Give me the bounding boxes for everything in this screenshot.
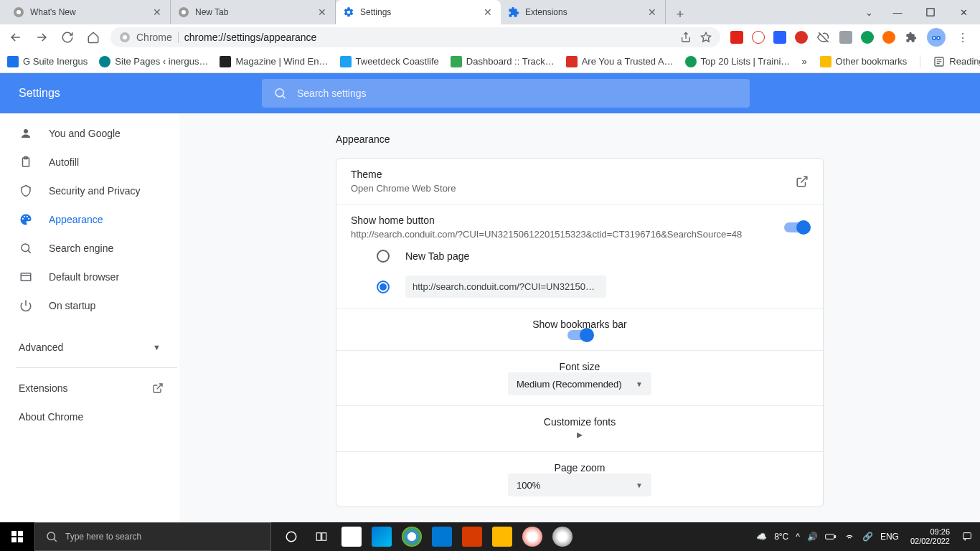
battery-icon[interactable] xyxy=(825,532,837,541)
forward-button[interactable] xyxy=(30,26,53,49)
taskbar-app[interactable] xyxy=(372,527,392,547)
browser-tab[interactable]: Extensions ✕ xyxy=(501,0,666,24)
bookmark-item[interactable]: Dashboard :: Track… xyxy=(451,56,555,67)
close-icon[interactable]: ✕ xyxy=(316,6,328,18)
extensions-button[interactable] xyxy=(904,26,918,49)
nav-autofill[interactable]: Autofill xyxy=(0,148,179,176)
share-icon[interactable] xyxy=(680,32,692,43)
menu-button[interactable]: ⋮ xyxy=(954,26,971,49)
task-view-icon[interactable] xyxy=(311,527,331,547)
bookmark-item[interactable]: Site Pages ‹ inergus… xyxy=(99,56,208,67)
svg-point-1 xyxy=(17,10,21,14)
bookmark-item[interactable]: Top 20 Lists | Traini… xyxy=(685,56,791,67)
customize-fonts-row[interactable]: Customize fonts ▸ xyxy=(336,406,823,452)
search-input[interactable] xyxy=(297,88,738,99)
browser-tab[interactable]: New Tab ✕ xyxy=(171,0,336,24)
maximize-button[interactable] xyxy=(914,0,947,24)
nav-extensions[interactable]: Extensions xyxy=(0,374,179,402)
svg-point-3 xyxy=(182,10,186,14)
notifications-icon[interactable] xyxy=(961,531,973,542)
weather-icon[interactable]: ☁️ xyxy=(756,532,767,542)
tray-chevron-icon[interactable]: ^ xyxy=(796,532,800,542)
extension-icons: ⋮ xyxy=(726,26,976,49)
theme-row[interactable]: Theme Open Chrome Web Store xyxy=(336,159,823,204)
minimize-button[interactable]: ― xyxy=(881,0,914,24)
extension-icon[interactable] xyxy=(882,31,895,44)
taskbar-search[interactable]: Type here to search xyxy=(34,522,271,551)
bookmark-item[interactable]: Tweetdeck Coastlife xyxy=(340,56,439,67)
bookmarks-bar-toggle[interactable] xyxy=(567,330,592,340)
nav-you-and-google[interactable]: You and Google xyxy=(0,119,179,148)
chrome-canary[interactable] xyxy=(522,527,542,547)
browser-tab[interactable]: What's New ✕ xyxy=(6,0,171,24)
back-button[interactable] xyxy=(4,26,27,49)
nav-advanced[interactable]: Advanced▼ xyxy=(0,333,179,362)
star-icon[interactable] xyxy=(700,32,712,43)
chevron-down-icon[interactable]: ⌄ xyxy=(857,0,881,24)
extension-icon[interactable] xyxy=(795,31,808,44)
mail-app[interactable] xyxy=(432,527,452,547)
close-icon[interactable]: ✕ xyxy=(482,6,494,18)
svg-line-31 xyxy=(54,539,56,541)
url-text: chrome://settings/appearance xyxy=(184,32,316,43)
nav-search-engine[interactable]: Search engine xyxy=(0,234,179,263)
start-button[interactable] xyxy=(0,522,34,551)
search-icon xyxy=(273,86,287,100)
nav-about-chrome[interactable]: About Chrome xyxy=(0,402,179,431)
bookmarks-bar: G Suite Inergus Site Pages ‹ inergus… Ma… xyxy=(0,50,980,73)
extension-icon[interactable] xyxy=(752,31,765,44)
custom-url-input[interactable]: http://search.conduit.com/?CUI=UN321506… xyxy=(405,276,606,298)
svg-point-11 xyxy=(933,37,935,39)
row-title: Show bookmarks bar xyxy=(532,319,627,330)
volume-icon[interactable]: 🔊 xyxy=(807,532,818,542)
other-bookmarks[interactable]: Other bookmarks xyxy=(820,56,908,67)
task-view-icon[interactable] xyxy=(281,527,301,547)
extension-icon[interactable] xyxy=(730,31,743,44)
bookmark-item[interactable]: G Suite Inergus xyxy=(7,56,88,67)
home-button[interactable] xyxy=(82,26,105,49)
reading-list[interactable]: Reading list xyxy=(933,56,980,67)
chevron-right-icon: ▸ xyxy=(577,428,583,441)
nav-on-startup[interactable]: On startup xyxy=(0,291,179,320)
row-title: Font size xyxy=(560,361,600,372)
extension-icon[interactable] xyxy=(773,31,786,44)
radio-custom-url[interactable]: http://search.conduit.com/?CUI=UN321506… xyxy=(377,276,809,298)
overflow-icon[interactable]: » xyxy=(801,56,806,67)
extension-icon[interactable] xyxy=(861,31,874,44)
extension-icon[interactable] xyxy=(839,31,852,44)
weather-temp[interactable]: 8°C xyxy=(774,532,788,542)
chrome-dev[interactable] xyxy=(552,527,573,547)
font-size-select[interactable]: Medium (Recommended)▼ xyxy=(508,372,651,395)
close-window-button[interactable]: ✕ xyxy=(947,0,980,24)
gear-icon xyxy=(343,6,354,18)
browser-tab-strip: What's New ✕ New Tab ✕ Settings ✕ Extens… xyxy=(0,0,980,24)
radio-new-tab[interactable]: New Tab page xyxy=(377,250,809,263)
chrome-app[interactable] xyxy=(402,527,422,547)
address-bar[interactable]: Chrome chrome://settings/appearance xyxy=(110,27,720,47)
close-icon[interactable]: ✕ xyxy=(151,6,163,18)
home-button-toggle[interactable] xyxy=(784,222,809,232)
bookmark-item[interactable]: Are You a Trusted A… xyxy=(566,56,674,67)
incognito-icon[interactable] xyxy=(816,26,831,49)
nav-default-browser[interactable]: Default browser xyxy=(0,263,179,291)
office-app[interactable] xyxy=(462,527,482,547)
language-indicator[interactable]: ENG xyxy=(880,532,899,542)
browser-tab-active[interactable]: Settings ✕ xyxy=(336,0,501,24)
reload-button[interactable] xyxy=(56,26,79,49)
settings-search[interactable] xyxy=(262,79,750,108)
close-icon[interactable]: ✕ xyxy=(646,6,658,18)
clock[interactable]: 09:26 02/02/2022 xyxy=(906,527,954,546)
new-tab-button[interactable]: + xyxy=(670,4,690,24)
page-zoom-select[interactable]: 100%▼ xyxy=(508,474,651,496)
bookmark-label: Magazine | Wind En… xyxy=(235,56,328,67)
nav-security[interactable]: Security and Privacy xyxy=(0,176,179,205)
svg-point-12 xyxy=(938,37,939,39)
taskbar-app[interactable] xyxy=(341,527,362,547)
bookmark-item[interactable]: Magazine | Wind En… xyxy=(220,56,328,67)
profile-avatar[interactable] xyxy=(927,28,946,47)
link-icon[interactable]: 🔗 xyxy=(862,532,873,542)
nav-appearance[interactable]: Appearance xyxy=(0,205,179,234)
wifi-icon[interactable] xyxy=(844,532,855,542)
svg-rect-36 xyxy=(834,536,835,538)
explorer-app[interactable] xyxy=(492,527,512,547)
